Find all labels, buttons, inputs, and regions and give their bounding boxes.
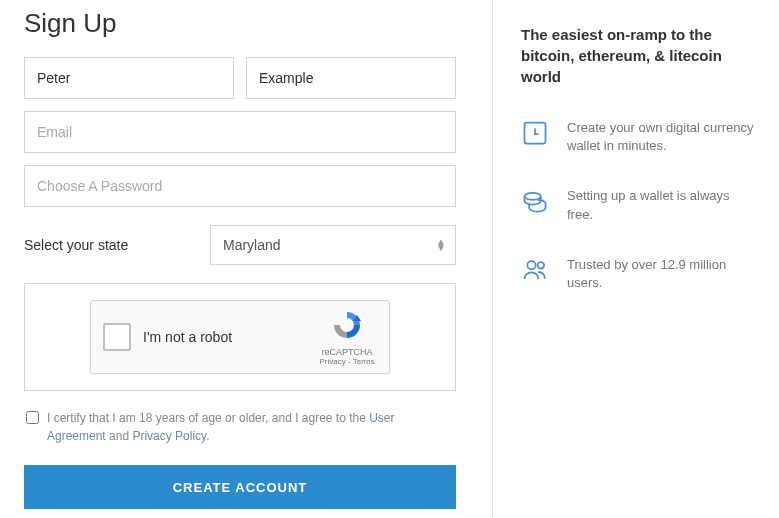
- coins-icon: [521, 187, 549, 215]
- clock-icon: [521, 119, 549, 147]
- certify-checkbox[interactable]: [26, 411, 39, 424]
- page-title: Sign Up: [24, 8, 456, 39]
- vertical-divider: [492, 0, 493, 518]
- first-name-input[interactable]: [24, 57, 234, 99]
- recaptcha-container: I'm not a robot reCAPTCHA Privacy - Term…: [24, 283, 456, 391]
- tagline: The easiest on-ramp to the bitcoin, ethe…: [521, 24, 755, 87]
- recaptcha-widget: I'm not a robot reCAPTCHA Privacy - Term…: [90, 300, 390, 374]
- create-account-button[interactable]: CREATE ACCOUNT: [24, 465, 456, 509]
- svg-point-4: [538, 262, 545, 269]
- svg-point-3: [527, 261, 535, 269]
- benefit-text: Trusted by over 12.9 million users.: [567, 256, 755, 292]
- users-icon: [521, 256, 549, 284]
- svg-point-2: [525, 193, 541, 200]
- recaptcha-checkbox[interactable]: [103, 323, 131, 351]
- recaptcha-terms-link[interactable]: Terms: [353, 357, 375, 366]
- state-label: Select your state: [24, 237, 210, 253]
- state-select[interactable]: Maryland: [210, 225, 456, 265]
- recaptcha-privacy-link[interactable]: Privacy: [320, 357, 346, 366]
- recaptcha-label: I'm not a robot: [143, 329, 317, 345]
- password-input[interactable]: [24, 165, 456, 207]
- recaptcha-brand: reCAPTCHA: [317, 347, 377, 357]
- recaptcha-icon: [331, 309, 363, 341]
- certify-text: I certify that I am 18 years of age or o…: [47, 409, 454, 445]
- benefit-text: Create your own digital currency wallet …: [567, 119, 755, 155]
- last-name-input[interactable]: [246, 57, 456, 99]
- benefit-text: Setting up a wallet is always free.: [567, 187, 755, 223]
- privacy-policy-link[interactable]: Privacy Policy: [132, 429, 206, 443]
- email-input[interactable]: [24, 111, 456, 153]
